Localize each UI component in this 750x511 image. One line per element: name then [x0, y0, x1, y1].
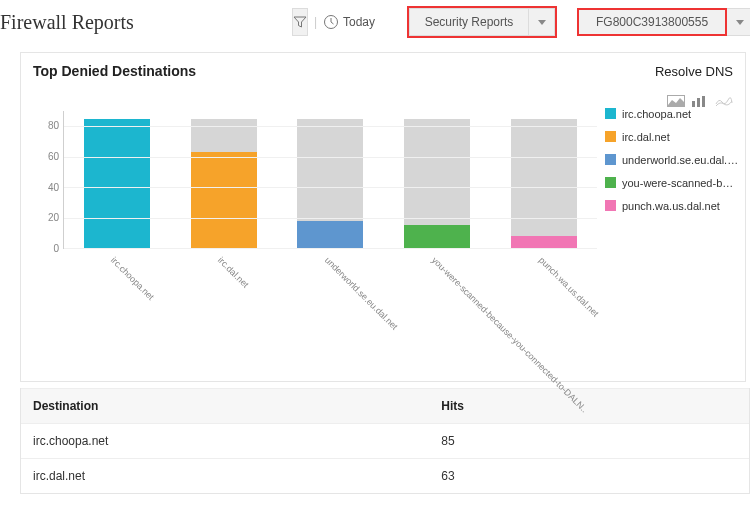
- x-tick: underworld.se.eu.dal.net: [323, 255, 400, 332]
- filter-button[interactable]: [292, 8, 308, 36]
- legend-item[interactable]: irc.choopa.net: [605, 107, 739, 121]
- legend-swatch: [605, 131, 616, 142]
- x-tick: irc.choopa.net: [109, 255, 156, 302]
- table-row[interactable]: irc.choopa.net 85: [21, 423, 749, 458]
- legend-label: irc.choopa.net: [622, 107, 691, 121]
- y-tick: 20: [39, 212, 59, 223]
- card-title: Top Denied Destinations: [33, 63, 196, 79]
- bar[interactable]: [191, 111, 257, 248]
- cell-hits: 63: [441, 469, 737, 483]
- clock-icon: [323, 8, 339, 36]
- legend-swatch: [605, 200, 616, 211]
- bar[interactable]: [84, 111, 150, 248]
- bar-chart: irc.choopa.netirc.dal.netunderworld.se.e…: [39, 111, 597, 381]
- data-table: Destination Hits irc.choopa.net 85 irc.d…: [20, 388, 750, 494]
- legend-item[interactable]: you-were-scanned-bec..: [605, 176, 739, 190]
- device-dropdown[interactable]: [727, 8, 750, 36]
- col-destination[interactable]: Destination: [33, 399, 441, 413]
- funnel-icon: [293, 15, 307, 29]
- y-tick: 40: [39, 182, 59, 193]
- legend-label: punch.wa.us.dal.net: [622, 199, 720, 213]
- chart-type-area[interactable]: [667, 95, 685, 107]
- chart-type-line[interactable]: [715, 95, 733, 107]
- cell-destination: irc.choopa.net: [33, 434, 441, 448]
- resolve-dns-link[interactable]: Resolve DNS: [655, 64, 733, 79]
- legend-swatch: [605, 108, 616, 119]
- table-row[interactable]: irc.dal.net 63: [21, 458, 749, 493]
- legend-item[interactable]: underworld.se.eu.dal.net: [605, 153, 739, 167]
- table-header: Destination Hits: [21, 388, 749, 423]
- bar-chart-icon: [691, 95, 709, 107]
- legend-item[interactable]: punch.wa.us.dal.net: [605, 199, 739, 213]
- x-tick: irc.dal.net: [216, 255, 251, 290]
- device-select[interactable]: FG800C3913800555: [577, 8, 727, 36]
- chevron-down-icon: [538, 20, 546, 25]
- time-range-label[interactable]: Today: [343, 8, 385, 36]
- chart-type-bar[interactable]: [691, 95, 709, 107]
- device-group: FG800C3913800555: [577, 8, 750, 36]
- bar[interactable]: [404, 111, 470, 248]
- svg-rect-2: [692, 101, 695, 107]
- svg-rect-3: [697, 98, 700, 107]
- legend-label: irc.dal.net: [622, 130, 670, 144]
- legend-swatch: [605, 154, 616, 165]
- y-tick: 0: [39, 243, 59, 254]
- report-type-dropdown[interactable]: [529, 8, 555, 36]
- col-hits[interactable]: Hits: [441, 399, 737, 413]
- svg-rect-4: [702, 96, 705, 107]
- report-type-group: Security Reports: [407, 6, 557, 38]
- report-type-select[interactable]: Security Reports: [409, 8, 529, 36]
- legend-swatch: [605, 177, 616, 188]
- legend-label: you-were-scanned-bec..: [622, 176, 739, 190]
- line-chart-icon: [715, 95, 733, 107]
- legend-label: underworld.se.eu.dal.net: [622, 153, 739, 167]
- cell-hits: 85: [441, 434, 737, 448]
- chart-legend: irc.choopa.netirc.dal.netunderworld.se.e…: [597, 97, 745, 381]
- y-tick: 60: [39, 151, 59, 162]
- chart-card: Top Denied Destinations Resolve DNS irc.…: [20, 52, 746, 382]
- y-tick: 80: [39, 120, 59, 131]
- bar[interactable]: [511, 111, 577, 248]
- page-title: Firewall Reports: [0, 11, 134, 34]
- chevron-down-icon: [736, 20, 744, 25]
- chart-type-switch: [667, 95, 733, 107]
- legend-item[interactable]: irc.dal.net: [605, 130, 739, 144]
- bar[interactable]: [297, 111, 363, 248]
- toolbar-divider: |: [312, 8, 319, 36]
- area-chart-icon: [667, 95, 685, 107]
- x-tick: punch.wa.us.dal.net: [537, 255, 601, 319]
- cell-destination: irc.dal.net: [33, 469, 441, 483]
- page-header: Firewall Reports | Today Security Report…: [0, 0, 750, 52]
